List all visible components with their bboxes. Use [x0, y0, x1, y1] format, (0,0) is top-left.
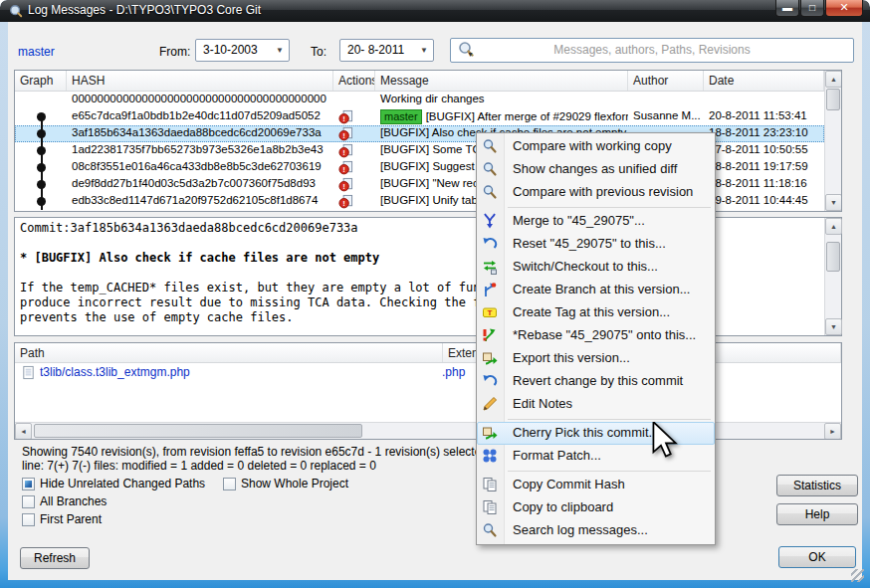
scroll-down-icon[interactable]: ▼	[825, 318, 842, 335]
patch-icon	[482, 448, 498, 464]
actions-cell: !	[333, 159, 375, 176]
column-header-date[interactable]: Date	[704, 71, 824, 91]
chevron-down-icon: ▼	[420, 41, 428, 61]
path-column-header[interactable]: Path	[15, 343, 443, 362]
menu-item-label: Create Branch at this version...	[513, 282, 690, 296]
path-row[interactable]: t3lib/class.t3lib_extmgm.php.php	[15, 363, 841, 381]
menu-item-compare-with-working-copy[interactable]: Compare with working copy	[477, 135, 715, 158]
menu-item-label: Export this version...	[513, 350, 630, 365]
scroll-up-icon[interactable]: ▲	[825, 218, 842, 235]
log-row[interactable]: e65c7dca9f1a0bdb1b2e40dc11d07d5209ad5052…	[15, 108, 824, 125]
magnifier-icon	[482, 161, 498, 177]
checkbox-show-whole-project[interactable]: Show Whole Project	[223, 477, 348, 490]
menu-item-label: Compare with working copy	[513, 138, 672, 153]
paths-hscrollbar[interactable]: ◄ ►	[15, 422, 841, 439]
close-button[interactable]: ✕	[825, 0, 863, 17]
commit-message-panel[interactable]: Commit:3af185b634a1363daeda88bcedc6cd200…	[14, 217, 842, 336]
status-line-2: line: 7(+) 7(-) files: modified = 1 adde…	[22, 459, 376, 473]
menu-item-export-this-version[interactable]: Export this version...	[477, 347, 715, 370]
menu-item-label: Compare with previous revision	[513, 184, 693, 199]
checkbox-box[interactable]	[223, 478, 236, 490]
checkbox-box[interactable]	[22, 513, 35, 526]
menu-item-edit-notes[interactable]: Edit Notes	[477, 393, 715, 416]
ok-button[interactable]: OK	[778, 546, 856, 568]
search-placeholder: Messages, authors, Paths, Revisions	[451, 43, 853, 57]
menu-item-revert-change-by-this-commit[interactable]: Revert change by this commit	[477, 370, 715, 393]
branch-link[interactable]: master	[18, 45, 55, 59]
graph-node-icon	[37, 112, 46, 121]
magnifier-icon	[482, 522, 498, 538]
menu-item-show-changes-as-unified-diff[interactable]: Show changes as unified diff	[477, 158, 715, 181]
maximize-button[interactable]: □	[800, 0, 824, 17]
menu-item-cherry-pick-this-commit[interactable]: Cherry Pick this commit...	[477, 422, 715, 445]
author-cell: Susanne M...	[628, 108, 704, 125]
checkbox-box[interactable]	[22, 478, 35, 490]
menu-item-compare-with-previous-revision[interactable]: Compare with previous revision	[477, 181, 715, 204]
action-modified-icon: !	[338, 126, 353, 141]
minimize-button[interactable]: ▬	[775, 0, 799, 17]
menu-item-label: Switch/Checkout to this...	[513, 259, 658, 274]
checkbox-first-parent[interactable]: First Parent	[22, 512, 102, 526]
hash-cell: 3af185b634a1363daeda88bcedc6cd20069e733a	[67, 125, 333, 142]
from-date-dropdown[interactable]: 3-10-2003▼	[195, 39, 290, 62]
checkbox-box[interactable]	[22, 495, 35, 508]
menu-item-copy-to-clipboard[interactable]: Copy to clipboard	[477, 496, 715, 519]
column-header-author[interactable]: Author	[628, 71, 704, 91]
menu-item-switch-checkout-to-this[interactable]: Switch/Checkout to this...	[477, 256, 715, 279]
log-row[interactable]: 0000000000000000000000000000000000000000…	[15, 92, 824, 108]
graph-node-icon	[37, 146, 46, 155]
to-label: To:	[311, 45, 326, 59]
scrollbar-thumb[interactable]	[826, 89, 840, 110]
date-cell: 17-8-2011 10:50:55	[704, 142, 824, 159]
copy-icon	[482, 477, 498, 492]
menu-item-reset-45-29075-to-this[interactable]: Reset "45_29075" to this...	[477, 233, 715, 256]
status-line-1: Showing 7540 revision(s), from revision …	[22, 445, 488, 459]
copy-icon	[482, 499, 498, 515]
scroll-up-icon[interactable]: ▲	[825, 71, 842, 88]
commit-panel-vscrollbar[interactable]: ▲ ▼	[824, 218, 841, 335]
date-cell: 18-8-2011 19:17:59	[704, 159, 824, 176]
help-button[interactable]: Help	[776, 503, 858, 525]
refresh-button[interactable]: Refresh	[20, 547, 90, 569]
scrollbar-thumb[interactable]	[826, 242, 840, 272]
scroll-left-icon[interactable]: ◄	[15, 423, 32, 440]
resize-grip[interactable]	[851, 569, 864, 582]
action-modified-icon: !	[338, 177, 353, 192]
checkbox-all-branches[interactable]: All Branches	[22, 494, 107, 508]
menu-item-merge-to-45-29075[interactable]: Merge to "45_29075"...	[477, 210, 715, 233]
branch-badge: master	[380, 109, 422, 124]
graph-node-icon	[37, 163, 46, 172]
svg-text:!: !	[342, 199, 345, 208]
tag-icon: T	[482, 304, 498, 320]
to-date-dropdown[interactable]: 20- 8-2011▼	[339, 39, 434, 62]
title-bar[interactable]: Log Messages - D:\TYPO3\TYPO3 Core Git ▬…	[0, 0, 870, 22]
revision-list-vscrollbar[interactable]: ▲ ▼	[824, 71, 841, 211]
action-modified-icon: !	[338, 194, 353, 209]
menu-item-rebase-45-29075-onto-this[interactable]: *Rebase "45_29075" onto this...	[477, 324, 715, 347]
column-header-message[interactable]: Message	[375, 71, 628, 91]
column-header-hash[interactable]: HASH	[67, 71, 333, 91]
actions-cell: !	[333, 125, 375, 142]
export-icon	[482, 350, 498, 366]
scroll-right-icon[interactable]: ►	[824, 423, 841, 440]
menu-item-label: Revert change by this commit	[513, 373, 683, 388]
svg-text:T: T	[488, 308, 493, 317]
column-header-actions[interactable]: Actions	[333, 71, 375, 91]
column-header-graph[interactable]: Graph	[15, 71, 67, 91]
menu-item-search-log-messages[interactable]: Search log messages...	[477, 519, 715, 542]
date-cell: 20-8-2011 11:53:41	[704, 108, 824, 125]
statistics-button[interactable]: Statistics	[776, 475, 858, 496]
merge-icon	[482, 213, 498, 229]
menu-item-format-patch[interactable]: Format Patch...	[477, 445, 715, 468]
menu-item-copy-commit-hash[interactable]: Copy Commit Hash	[477, 474, 715, 496]
menu-item-create-tag-at-this-version[interactable]: TCreate Tag at this version...	[477, 301, 715, 324]
search-input[interactable]: ▼ Messages, authors, Paths, Revisions	[450, 38, 854, 63]
menu-item-label: Search log messages...	[513, 522, 648, 537]
date-cell: 18-8-2011 11:18:16	[704, 176, 824, 193]
scrollbar-thumb[interactable]	[34, 424, 362, 438]
revision-list-header: GraphHASHActionsMessageAuthorDate	[15, 71, 841, 92]
checkbox-hide-unrelated-changed-paths[interactable]: Hide Unrelated Changed Paths	[22, 477, 205, 490]
branch-icon	[482, 282, 498, 297]
menu-item-create-branch-at-this-version[interactable]: Create Branch at this version...	[477, 279, 715, 301]
scroll-down-icon[interactable]: ▼	[825, 194, 842, 211]
